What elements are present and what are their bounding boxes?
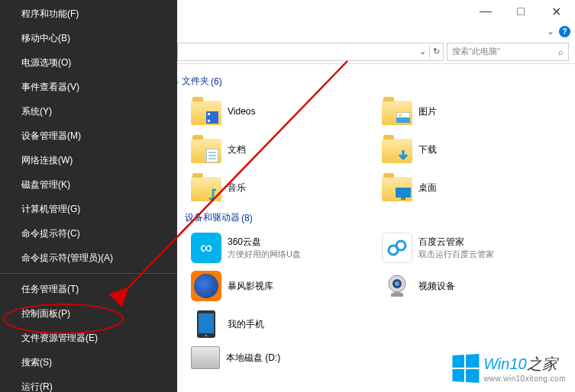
chevron-down-icon: ⌄ (177, 77, 180, 85)
music-icon (205, 187, 219, 201)
menu-network[interactable]: 网络连接(W) (0, 148, 177, 172)
folder-label: 图片 (418, 105, 437, 118)
folder-label: 文档 (228, 143, 246, 156)
svg-rect-18 (199, 313, 214, 333)
folder-videos[interactable]: Videos (177, 92, 368, 130)
minimize-button[interactable]: — (468, 0, 503, 23)
wm-brand-b: 之家 (527, 355, 557, 372)
device-baiduyun[interactable]: 百度云管家双击运行百度云管家 (368, 229, 559, 267)
device-label: 360云盘 (228, 236, 301, 249)
folder-desktop[interactable]: 桌面 (368, 169, 559, 207)
device-label: 我的手机 (228, 318, 264, 331)
address-dropdown-icon[interactable]: ⌄ (419, 47, 426, 56)
folder-label: 桌面 (418, 182, 437, 194)
menu-compmgmt[interactable]: 计算机管理(G) (0, 197, 177, 221)
address-bar[interactable]: ⌄ ↻ (177, 43, 444, 61)
windows-logo-icon (453, 354, 480, 383)
wm-brand-a: Win10 (483, 355, 527, 372)
svg-point-16 (395, 281, 399, 286)
menu-separator (0, 273, 177, 274)
menu-eventviewer[interactable]: 事件查看器(V) (0, 75, 177, 99)
svg-point-19 (205, 335, 208, 337)
menu-programs[interactable]: 程序和功能(F) (0, 2, 177, 26)
device-label: 暴风影视库 (228, 280, 273, 293)
svg-rect-4 (396, 117, 410, 123)
folder-label: 下载 (418, 143, 437, 156)
cloud360-icon: ∞ (191, 233, 221, 263)
baidu-icon (382, 233, 412, 263)
folder-music[interactable]: 音乐 (177, 169, 368, 207)
menu-devicemgr[interactable]: 设备管理器(M) (0, 124, 177, 148)
device-baofeng[interactable]: 暴风影视库 (177, 267, 368, 305)
folder-label: 音乐 (228, 182, 246, 194)
baofeng-icon (191, 271, 221, 301)
disk-icon (191, 346, 220, 369)
search-icon[interactable]: ⌕ (558, 47, 564, 56)
film-icon (205, 111, 219, 124)
folders-grid: Videos 图片 文档 下载 音乐 桌面 (177, 92, 575, 207)
refresh-icon[interactable]: ↻ (433, 47, 440, 56)
device-label: 视频设备 (418, 280, 455, 293)
search-placeholder: 搜索"此电脑" (452, 46, 500, 57)
winx-context-menu: 程序和功能(F) 移动中心(B) 电源选项(O) 事件查看器(V) 系统(Y) … (0, 0, 177, 392)
svg-rect-2 (208, 120, 210, 122)
svg-rect-10 (396, 188, 411, 198)
menu-run[interactable]: 运行(R) (0, 374, 177, 392)
menu-cmd-admin[interactable]: 命令提示符(管理员)(A) (0, 246, 177, 270)
phone-icon (191, 309, 221, 339)
menu-mobility[interactable]: 移动中心(B) (0, 26, 177, 50)
ribbon-chevron-icon[interactable]: ⌄ (547, 26, 554, 37)
devices-grid: ∞ 360云盘方便好用的网络U盘 百度云管家双击运行百度云管家 暴风影视库 视频… (177, 229, 575, 343)
menu-diskmgmt[interactable]: 磁盘管理(K) (0, 172, 177, 197)
device-myphone[interactable]: 我的手机 (177, 305, 368, 343)
svg-rect-1 (208, 113, 210, 115)
devices-count: (8) (241, 213, 253, 223)
search-input[interactable]: 搜索"此电脑" ⌕ (447, 43, 569, 61)
svg-rect-11 (401, 198, 405, 200)
menu-cmd[interactable]: 命令提示符(C) (0, 221, 177, 246)
folders-count: (6) (211, 76, 222, 87)
devices-section-header[interactable]: 设备和驱动器 (8) (185, 207, 575, 229)
folder-downloads[interactable]: 下载 (368, 130, 559, 169)
help-icon[interactable]: ? (559, 26, 570, 37)
disk-label: 本地磁盘 (D:) (226, 352, 280, 365)
webcam-icon (382, 271, 412, 301)
menu-controlpanel[interactable]: 控制面板(P) (0, 301, 177, 326)
close-button[interactable]: ✕ (538, 0, 573, 23)
menu-search[interactable]: 搜索(S) (0, 350, 177, 374)
device-camera[interactable]: 视频设备 (368, 267, 559, 305)
doc-icon (206, 149, 218, 162)
folders-label: 文件夹 (182, 75, 209, 88)
download-icon (396, 149, 410, 162)
menu-power[interactable]: 电源选项(O) (0, 50, 177, 75)
address-row: ⌄ ↻ 搜索"此电脑" ⌕ (177, 40, 575, 64)
content-area: ⌄ 文件夹 (6) Videos 图片 文档 下载 (177, 64, 575, 372)
menu-taskmgr[interactable]: 任务管理器(T) (0, 277, 177, 301)
folder-pictures[interactable]: 图片 (368, 92, 559, 130)
titlebar: — □ ✕ (177, 0, 575, 23)
folder-label: Videos (228, 106, 255, 117)
wm-url: www.win10xitong.com (483, 374, 566, 383)
devices-label: 设备和驱动器 (185, 211, 240, 224)
menu-explorer[interactable]: 文件资源管理器(E) (0, 326, 177, 350)
device-sub: 双击运行百度云管家 (418, 249, 494, 260)
folders-section-header[interactable]: ⌄ 文件夹 (6) (177, 70, 575, 92)
svg-point-13 (396, 241, 405, 250)
device-label: 百度云管家 (418, 236, 494, 249)
menu-system[interactable]: 系统(Y) (0, 99, 177, 124)
watermark: Win10之家 www.win10xitong.com (451, 354, 566, 383)
maximize-button[interactable]: □ (503, 0, 538, 23)
folder-documents[interactable]: 文档 (177, 130, 368, 169)
ribbon-row: ⌄ ? (177, 23, 575, 40)
desktop-icon (396, 188, 411, 200)
explorer-window: — □ ✕ ⌄ ? ⌄ ↻ 搜索"此电脑" ⌕ ⌄ 文件夹 (6) Videos (177, 0, 575, 392)
device-360cloud[interactable]: ∞ 360云盘方便好用的网络U盘 (177, 229, 368, 267)
image-icon (396, 112, 410, 123)
device-sub: 方便好用的网络U盘 (228, 249, 301, 260)
svg-point-5 (399, 114, 402, 117)
